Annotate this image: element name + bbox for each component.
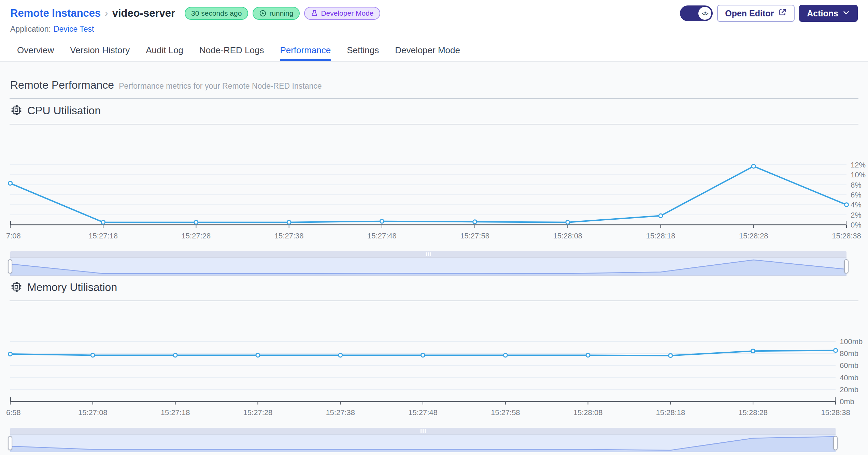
svg-text:15:28:18: 15:28:18 (646, 232, 675, 239)
svg-text:0%: 0% (851, 221, 862, 229)
svg-text:15:28:28: 15:28:28 (739, 232, 768, 239)
memory-chip-icon (11, 281, 22, 294)
memory-chart: 6:5815:27:0815:27:1815:27:2815:27:3815:2… (0, 303, 868, 416)
tab-node-red-logs[interactable]: Node-RED Logs (199, 39, 264, 61)
svg-text:15:27:48: 15:27:48 (408, 408, 438, 416)
memory-chart-range-slider[interactable] (10, 428, 836, 452)
actions-button[interactable]: Actions (799, 5, 858, 22)
breadcrumb: Remote Instances › video-server (10, 7, 175, 19)
svg-text:40mb: 40mb (840, 373, 858, 382)
code-icon: </> (698, 7, 711, 20)
svg-text:15:27:08: 15:27:08 (78, 408, 108, 416)
cpu-brush-right-handle[interactable] (844, 259, 849, 274)
svg-text:15:27:48: 15:27:48 (367, 232, 397, 239)
svg-text:15:27:38: 15:27:38 (274, 232, 304, 239)
divider (10, 124, 858, 124)
status-badge-label: running (269, 9, 293, 17)
cpu-chart: 7:0815:27:1815:27:2815:27:3815:27:4815:2… (0, 127, 868, 239)
play-circle-icon (259, 10, 267, 17)
svg-text:7:08: 7:08 (6, 232, 21, 239)
svg-text:15:28:08: 15:28:08 (553, 232, 582, 239)
tab-performance[interactable]: Performance (280, 39, 331, 61)
svg-text:15:27:28: 15:27:28 (182, 232, 211, 239)
grip-icon (426, 252, 427, 256)
application-label: Application: (10, 25, 51, 34)
open-editor-button-label: Open Editor (725, 9, 774, 18)
chevron-down-icon (842, 9, 850, 18)
performance-page: Remote Performance Performance metrics f… (0, 62, 868, 455)
cpu-section-title: CPU Utilisation (27, 104, 101, 117)
last-seen-badge: 30 seconds ago (185, 7, 248, 20)
instance-name: video-server (112, 7, 175, 19)
status-badges: 30 seconds ago running (185, 7, 380, 20)
app-root: Remote Instances › video-server 30 secon… (0, 0, 868, 455)
divider (10, 98, 858, 99)
svg-text:10%: 10% (851, 171, 866, 179)
svg-text:12%: 12% (851, 161, 866, 169)
application-link[interactable]: Device Test (54, 25, 94, 34)
memory-brush-right-handle[interactable] (833, 436, 838, 450)
application-row: Application: Device Test (10, 25, 858, 34)
divider (10, 300, 858, 301)
open-editor-button[interactable]: Open Editor (717, 5, 795, 22)
memory-section-header: Memory Utilisation (11, 281, 858, 294)
last-seen-badge-label: 30 seconds ago (191, 9, 242, 17)
svg-text:20mb: 20mb (840, 385, 858, 394)
developer-mode-toggle[interactable]: </> (680, 5, 713, 21)
status-badge: running (253, 7, 300, 20)
svg-text:15:27:38: 15:27:38 (326, 408, 355, 416)
svg-text:15:28:08: 15:28:08 (573, 408, 603, 416)
svg-text:0mb: 0mb (840, 397, 854, 406)
page-title-row: Remote Performance Performance metrics f… (10, 79, 858, 91)
svg-text:8%: 8% (851, 181, 862, 189)
grip-icon (421, 429, 422, 433)
svg-text:15:27:18: 15:27:18 (88, 232, 118, 239)
cpu-brush-left-handle[interactable] (8, 259, 12, 274)
svg-text:6:58: 6:58 (6, 408, 21, 416)
developer-mode-badge: Developer Mode (304, 7, 380, 20)
svg-text:15:28:38: 15:28:38 (821, 408, 850, 416)
cpu-brush-drag-bar[interactable] (10, 251, 846, 258)
svg-text:15:27:58: 15:27:58 (460, 232, 489, 239)
memory-brush-drag-bar[interactable] (10, 428, 836, 435)
tab-bar: Overview Version History Audit Log Node-… (0, 39, 868, 62)
svg-text:15:27:18: 15:27:18 (161, 408, 190, 416)
svg-text:15:27:28: 15:27:28 (243, 408, 273, 416)
svg-text:15:28:38: 15:28:38 (832, 232, 861, 239)
svg-text:6%: 6% (851, 191, 862, 199)
cpu-chart-range-slider[interactable] (10, 251, 846, 276)
cpu-section-header: CPU Utilisation (11, 104, 858, 117)
tab-version-history[interactable]: Version History (70, 39, 130, 61)
developer-mode-badge-label: Developer Mode (321, 9, 373, 17)
svg-text:15:28:18: 15:28:18 (656, 408, 685, 416)
cpu-section: CPU Utilisation 7:0815:27:1815:27:2815:2… (0, 104, 868, 276)
memory-brush-minimap[interactable] (10, 435, 836, 452)
svg-text:15:27:58: 15:27:58 (491, 408, 520, 416)
tab-developer-mode[interactable]: Developer Mode (395, 39, 460, 61)
svg-text:4%: 4% (851, 201, 862, 209)
memory-brush-left-handle[interactable] (8, 436, 12, 450)
chevron-right-icon: › (105, 8, 108, 19)
memory-section-title: Memory Utilisation (27, 281, 117, 294)
beaker-icon (311, 10, 318, 17)
svg-text:100mb: 100mb (840, 337, 863, 346)
page-title: Remote Performance (10, 79, 114, 91)
actions-button-label: Actions (807, 9, 838, 18)
tab-settings[interactable]: Settings (347, 39, 379, 61)
cpu-brush-minimap[interactable] (10, 258, 846, 276)
header-controls: </> Open Editor Actions (680, 5, 858, 22)
tab-audit-log[interactable]: Audit Log (146, 39, 183, 61)
page-subtitle: Performance metrics for your Remote Node… (119, 82, 322, 91)
svg-text:80mb: 80mb (840, 349, 858, 358)
svg-text:15:28:28: 15:28:28 (738, 408, 768, 416)
header-row: Remote Instances › video-server 30 secon… (10, 5, 858, 22)
breadcrumb-remote-instances-link[interactable]: Remote Instances (10, 7, 101, 19)
memory-section: Memory Utilisation 6:5815:27:0815:27:181… (0, 281, 868, 452)
tab-overview[interactable]: Overview (17, 39, 54, 61)
instance-header: Remote Instances › video-server 30 secon… (0, 0, 868, 39)
svg-text:2%: 2% (851, 211, 862, 219)
svg-text:60mb: 60mb (840, 361, 858, 370)
external-link-icon (778, 8, 787, 19)
cpu-chip-icon (11, 105, 22, 117)
